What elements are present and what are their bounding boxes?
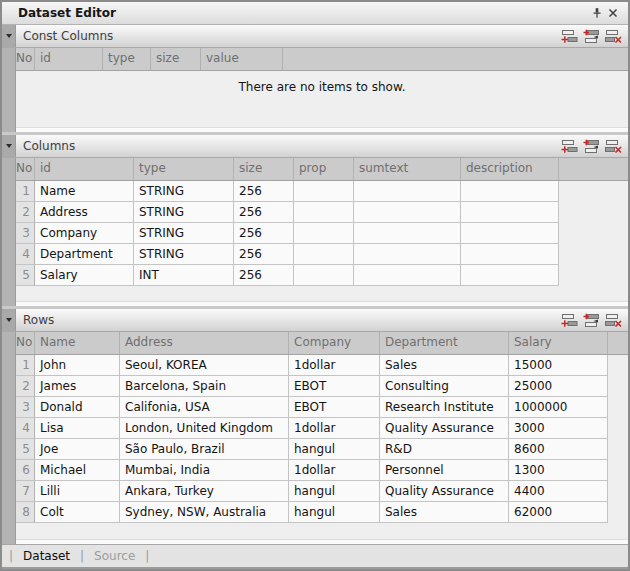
close-icon[interactable] — [605, 5, 621, 21]
table-cell[interactable] — [294, 181, 354, 202]
table-cell[interactable]: São Paulo, Brazil — [120, 439, 289, 460]
collapse-button[interactable] — [2, 135, 16, 157]
table-cell[interactable]: 256 — [234, 202, 294, 223]
table-cell[interactable] — [354, 244, 461, 265]
table-cell[interactable]: Lisa — [35, 418, 120, 439]
table-cell[interactable]: 15000 — [509, 355, 608, 376]
row-number-cell[interactable]: 5 — [16, 265, 35, 286]
collapse-button[interactable] — [2, 25, 16, 47]
table-cell[interactable]: Sales — [380, 355, 509, 376]
table-cell[interactable]: hangul — [289, 439, 380, 460]
table-cell[interactable]: 1dollar — [289, 460, 380, 481]
table-cell[interactable]: Seoul, KOREA — [120, 355, 289, 376]
delete-row-icon[interactable] — [605, 313, 622, 328]
table-cell[interactable]: James — [35, 376, 120, 397]
table-cell[interactable] — [461, 265, 559, 286]
tab-dataset[interactable]: Dataset — [15, 549, 78, 563]
section-header-columns[interactable]: Columns — [2, 135, 628, 158]
table-cell[interactable]: STRING — [134, 181, 234, 202]
row-number-cell[interactable]: 7 — [16, 481, 35, 502]
table-cell[interactable]: 1dollar — [289, 418, 380, 439]
table-cell[interactable]: INT — [134, 265, 234, 286]
table-cell[interactable]: hangul — [289, 502, 380, 523]
table-cell[interactable]: 25000 — [509, 376, 608, 397]
table-cell[interactable] — [461, 244, 559, 265]
table-cell[interactable]: 256 — [234, 223, 294, 244]
table-cell[interactable]: EBOT — [289, 376, 380, 397]
table-cell[interactable]: 8600 — [509, 439, 608, 460]
table-cell[interactable]: Name — [35, 181, 134, 202]
table-cell[interactable] — [354, 223, 461, 244]
table-cell[interactable]: R&D — [380, 439, 509, 460]
table-cell[interactable]: STRING — [134, 223, 234, 244]
table-cell[interactable]: 256 — [234, 265, 294, 286]
insert-row-icon[interactable] — [583, 139, 600, 154]
table-cell[interactable]: Califonia, USA — [120, 397, 289, 418]
table-cell[interactable]: 256 — [234, 181, 294, 202]
table-cell[interactable]: 62000 — [509, 502, 608, 523]
table-cell[interactable]: STRING — [134, 202, 234, 223]
table-cell[interactable] — [294, 244, 354, 265]
table-cell[interactable]: 4400 — [509, 481, 608, 502]
table-cell[interactable]: Mumbai, India — [120, 460, 289, 481]
table-cell[interactable]: Company — [35, 223, 134, 244]
table-cell[interactable] — [461, 181, 559, 202]
table-cell[interactable]: EBOT — [289, 397, 380, 418]
table-cell[interactable]: Barcelona, Spain — [120, 376, 289, 397]
table-cell[interactable] — [294, 223, 354, 244]
table-cell[interactable]: hangul — [289, 481, 380, 502]
row-number-cell[interactable]: 2 — [16, 376, 35, 397]
add-row-icon[interactable] — [561, 139, 578, 154]
table-cell[interactable] — [294, 202, 354, 223]
collapse-button[interactable] — [2, 309, 16, 331]
table-cell[interactable]: Quality Assurance — [380, 481, 509, 502]
row-number-cell[interactable]: 3 — [16, 223, 35, 244]
table-cell[interactable]: 1300 — [509, 460, 608, 481]
table-cell[interactable]: Lilli — [35, 481, 120, 502]
table-cell[interactable]: Consulting — [380, 376, 509, 397]
row-number-cell[interactable]: 3 — [16, 397, 35, 418]
row-number-cell[interactable]: 5 — [16, 439, 35, 460]
insert-row-icon[interactable] — [583, 29, 600, 44]
table-cell[interactable]: 1000000 — [509, 397, 608, 418]
row-number-cell[interactable]: 8 — [16, 502, 35, 523]
table-cell[interactable]: John — [35, 355, 120, 376]
pin-icon[interactable] — [589, 5, 605, 21]
table-cell[interactable] — [294, 265, 354, 286]
section-header-rows[interactable]: Rows — [2, 309, 628, 332]
table-cell[interactable]: Donald — [35, 397, 120, 418]
tab-source[interactable]: Source — [86, 549, 143, 563]
insert-row-icon[interactable] — [583, 313, 600, 328]
row-number-cell[interactable]: 1 — [16, 355, 35, 376]
table-cell[interactable] — [461, 223, 559, 244]
table-cell[interactable] — [354, 265, 461, 286]
table-cell[interactable]: Research Institute — [380, 397, 509, 418]
section-header-const-columns[interactable]: Const Columns — [2, 25, 628, 48]
table-cell[interactable]: Quality Assurance — [380, 418, 509, 439]
table-cell[interactable]: Michael — [35, 460, 120, 481]
table-cell[interactable]: London, United Kingdom — [120, 418, 289, 439]
table-cell[interactable]: Address — [35, 202, 134, 223]
table-cell[interactable]: Joe — [35, 439, 120, 460]
table-cell[interactable]: STRING — [134, 244, 234, 265]
table-cell[interactable]: Sydney, NSW, Australia — [120, 502, 289, 523]
row-number-cell[interactable]: 6 — [16, 460, 35, 481]
table-cell[interactable]: 1dollar — [289, 355, 380, 376]
row-number-cell[interactable]: 4 — [16, 418, 35, 439]
row-number-cell[interactable]: 1 — [16, 181, 35, 202]
table-cell[interactable]: Sales — [380, 502, 509, 523]
add-row-icon[interactable] — [561, 313, 578, 328]
row-number-cell[interactable]: 4 — [16, 244, 35, 265]
table-cell[interactable]: Colt — [35, 502, 120, 523]
table-cell[interactable] — [354, 181, 461, 202]
table-cell[interactable]: Ankara, Turkey — [120, 481, 289, 502]
table-cell[interactable]: Department — [35, 244, 134, 265]
add-row-icon[interactable] — [561, 29, 578, 44]
table-cell[interactable] — [354, 202, 461, 223]
table-cell[interactable]: 3000 — [509, 418, 608, 439]
delete-row-icon[interactable] — [605, 139, 622, 154]
table-cell[interactable] — [461, 202, 559, 223]
table-cell[interactable]: Personnel — [380, 460, 509, 481]
table-cell[interactable]: 256 — [234, 244, 294, 265]
row-number-cell[interactable]: 2 — [16, 202, 35, 223]
